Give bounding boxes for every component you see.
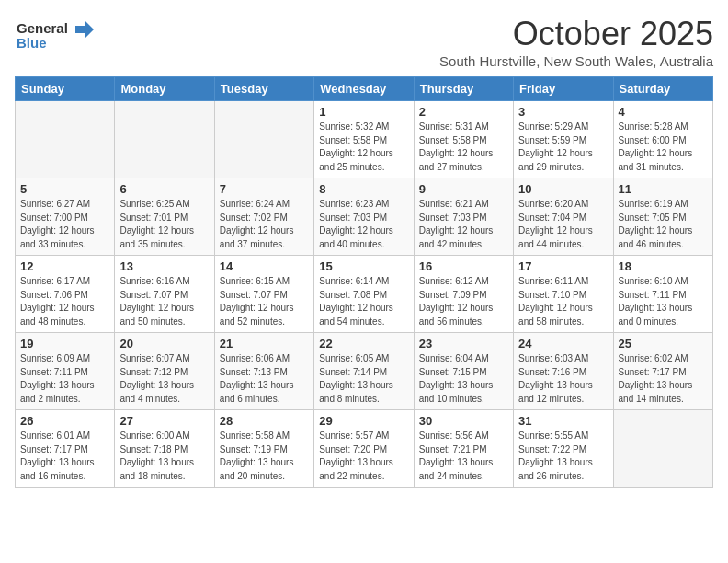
calendar-cell <box>115 101 214 178</box>
day-number: 27 <box>119 414 209 428</box>
svg-marker-2 <box>75 20 94 39</box>
calendar-cell <box>613 410 712 488</box>
day-info: Sunrise: 6:09 AM Sunset: 7:11 PM Dayligh… <box>20 352 109 406</box>
day-number: 25 <box>619 337 708 350</box>
header-row: SundayMondayTuesdayWednesdayThursdayFrid… <box>16 77 713 101</box>
calendar-cell: 9Sunrise: 6:21 AM Sunset: 7:03 PM Daylig… <box>414 178 513 256</box>
week-row-3: 12Sunrise: 6:17 AM Sunset: 7:06 PM Dayli… <box>16 256 713 333</box>
day-number: 21 <box>220 337 309 350</box>
day-number: 3 <box>518 105 608 119</box>
day-info: Sunrise: 5:32 AM Sunset: 5:58 PM Dayligh… <box>319 121 408 174</box>
calendar-table: SundayMondayTuesdayWednesdayThursdayFrid… <box>15 76 713 488</box>
day-info: Sunrise: 6:12 AM Sunset: 7:09 PM Dayligh… <box>419 275 508 328</box>
day-info: Sunrise: 6:11 AM Sunset: 7:10 PM Dayligh… <box>518 275 608 328</box>
day-info: Sunrise: 5:55 AM Sunset: 7:22 PM Dayligh… <box>518 430 608 483</box>
day-number: 16 <box>419 259 508 273</box>
day-number: 30 <box>419 414 508 428</box>
calendar-cell: 21Sunrise: 6:06 AM Sunset: 7:13 PM Dayli… <box>214 333 313 410</box>
calendar-cell <box>16 101 115 178</box>
day-info: Sunrise: 6:01 AM Sunset: 7:17 PM Dayligh… <box>20 430 109 483</box>
page-header: General Blue October 2025 South Hurstvil… <box>15 15 713 69</box>
header-sunday: Sunday <box>16 77 115 101</box>
title-block: October 2025 South Hurstville, New South… <box>439 15 713 69</box>
calendar-cell: 18Sunrise: 6:10 AM Sunset: 7:11 PM Dayli… <box>613 256 712 333</box>
day-number: 2 <box>419 105 508 119</box>
day-number: 23 <box>419 337 508 350</box>
day-info: Sunrise: 6:17 AM Sunset: 7:06 PM Dayligh… <box>20 275 109 328</box>
header-friday: Friday <box>514 77 613 101</box>
day-info: Sunrise: 5:56 AM Sunset: 7:21 PM Dayligh… <box>419 430 508 483</box>
day-number: 12 <box>20 259 109 273</box>
calendar-cell: 13Sunrise: 6:16 AM Sunset: 7:07 PM Dayli… <box>115 256 214 333</box>
day-info: Sunrise: 6:19 AM Sunset: 7:05 PM Dayligh… <box>619 198 708 251</box>
calendar-cell: 28Sunrise: 5:58 AM Sunset: 7:19 PM Dayli… <box>214 410 313 488</box>
day-number: 5 <box>20 182 109 196</box>
calendar-cell: 27Sunrise: 6:00 AM Sunset: 7:18 PM Dayli… <box>115 410 214 488</box>
calendar-cell: 6Sunrise: 6:25 AM Sunset: 7:01 PM Daylig… <box>115 178 214 256</box>
day-number: 11 <box>619 182 708 196</box>
location: South Hurstville, New South Wales, Austr… <box>439 53 713 69</box>
day-info: Sunrise: 6:04 AM Sunset: 7:15 PM Dayligh… <box>419 352 508 406</box>
day-info: Sunrise: 6:25 AM Sunset: 7:01 PM Dayligh… <box>119 198 209 251</box>
calendar-cell: 26Sunrise: 6:01 AM Sunset: 7:17 PM Dayli… <box>16 410 115 488</box>
calendar-cell: 2Sunrise: 5:31 AM Sunset: 5:58 PM Daylig… <box>414 101 513 178</box>
day-number: 6 <box>119 182 209 196</box>
day-info: Sunrise: 5:31 AM Sunset: 5:58 PM Dayligh… <box>419 121 508 174</box>
calendar-cell: 16Sunrise: 6:12 AM Sunset: 7:09 PM Dayli… <box>414 256 513 333</box>
calendar-cell: 31Sunrise: 5:55 AM Sunset: 7:22 PM Dayli… <box>514 410 613 488</box>
calendar-cell: 3Sunrise: 5:29 AM Sunset: 5:59 PM Daylig… <box>514 101 613 178</box>
day-info: Sunrise: 6:24 AM Sunset: 7:02 PM Dayligh… <box>220 198 309 251</box>
calendar-cell: 17Sunrise: 6:11 AM Sunset: 7:10 PM Dayli… <box>514 256 613 333</box>
day-number: 19 <box>20 337 109 350</box>
day-info: Sunrise: 6:21 AM Sunset: 7:03 PM Dayligh… <box>419 198 508 251</box>
day-number: 8 <box>319 182 408 196</box>
calendar-cell: 30Sunrise: 5:56 AM Sunset: 7:21 PM Dayli… <box>414 410 513 488</box>
day-info: Sunrise: 6:14 AM Sunset: 7:08 PM Dayligh… <box>319 275 408 328</box>
day-info: Sunrise: 5:28 AM Sunset: 6:00 PM Dayligh… <box>619 121 708 174</box>
day-info: Sunrise: 6:16 AM Sunset: 7:07 PM Dayligh… <box>119 275 209 328</box>
day-info: Sunrise: 6:23 AM Sunset: 7:03 PM Dayligh… <box>319 198 408 251</box>
calendar-cell: 29Sunrise: 5:57 AM Sunset: 7:20 PM Dayli… <box>314 410 414 488</box>
day-info: Sunrise: 5:29 AM Sunset: 5:59 PM Dayligh… <box>518 121 608 174</box>
day-number: 10 <box>518 182 608 196</box>
day-info: Sunrise: 6:06 AM Sunset: 7:13 PM Dayligh… <box>220 352 309 406</box>
day-number: 24 <box>518 337 608 350</box>
day-info: Sunrise: 5:57 AM Sunset: 7:20 PM Dayligh… <box>319 430 408 483</box>
header-saturday: Saturday <box>613 77 712 101</box>
calendar-cell <box>214 101 313 178</box>
day-number: 4 <box>619 105 708 119</box>
day-number: 31 <box>518 414 608 428</box>
day-info: Sunrise: 6:02 AM Sunset: 7:17 PM Dayligh… <box>619 352 708 406</box>
calendar-cell: 24Sunrise: 6:03 AM Sunset: 7:16 PM Dayli… <box>514 333 613 410</box>
day-info: Sunrise: 6:27 AM Sunset: 7:00 PM Dayligh… <box>20 198 109 251</box>
svg-text:General: General <box>17 20 68 36</box>
calendar-cell: 11Sunrise: 6:19 AM Sunset: 7:05 PM Dayli… <box>613 178 712 256</box>
header-thursday: Thursday <box>414 77 513 101</box>
day-number: 17 <box>518 259 608 273</box>
day-number: 29 <box>319 414 408 428</box>
day-number: 22 <box>319 337 408 350</box>
calendar-cell: 19Sunrise: 6:09 AM Sunset: 7:11 PM Dayli… <box>16 333 115 410</box>
week-row-4: 19Sunrise: 6:09 AM Sunset: 7:11 PM Dayli… <box>16 333 713 410</box>
day-number: 26 <box>20 414 109 428</box>
day-number: 20 <box>119 337 209 350</box>
day-info: Sunrise: 6:07 AM Sunset: 7:12 PM Dayligh… <box>119 352 209 406</box>
week-row-5: 26Sunrise: 6:01 AM Sunset: 7:17 PM Dayli… <box>16 410 713 488</box>
logo-container: General Blue <box>15 15 97 52</box>
day-info: Sunrise: 6:20 AM Sunset: 7:04 PM Dayligh… <box>518 198 608 251</box>
calendar-cell: 8Sunrise: 6:23 AM Sunset: 7:03 PM Daylig… <box>314 178 414 256</box>
calendar-cell: 12Sunrise: 6:17 AM Sunset: 7:06 PM Dayli… <box>16 256 115 333</box>
calendar-cell: 4Sunrise: 5:28 AM Sunset: 6:00 PM Daylig… <box>613 101 712 178</box>
calendar-cell: 5Sunrise: 6:27 AM Sunset: 7:00 PM Daylig… <box>16 178 115 256</box>
calendar-cell: 25Sunrise: 6:02 AM Sunset: 7:17 PM Dayli… <box>613 333 712 410</box>
svg-text:Blue: Blue <box>17 35 47 51</box>
calendar-cell: 23Sunrise: 6:04 AM Sunset: 7:15 PM Dayli… <box>414 333 513 410</box>
month-title: October 2025 <box>439 15 713 53</box>
week-row-1: 1Sunrise: 5:32 AM Sunset: 5:58 PM Daylig… <box>16 101 713 178</box>
day-number: 1 <box>319 105 408 119</box>
calendar-cell: 22Sunrise: 6:05 AM Sunset: 7:14 PM Dayli… <box>314 333 414 410</box>
day-number: 7 <box>220 182 309 196</box>
day-info: Sunrise: 5:58 AM Sunset: 7:19 PM Dayligh… <box>220 430 309 483</box>
logo-svg: General Blue <box>15 15 97 52</box>
week-row-2: 5Sunrise: 6:27 AM Sunset: 7:00 PM Daylig… <box>16 178 713 256</box>
